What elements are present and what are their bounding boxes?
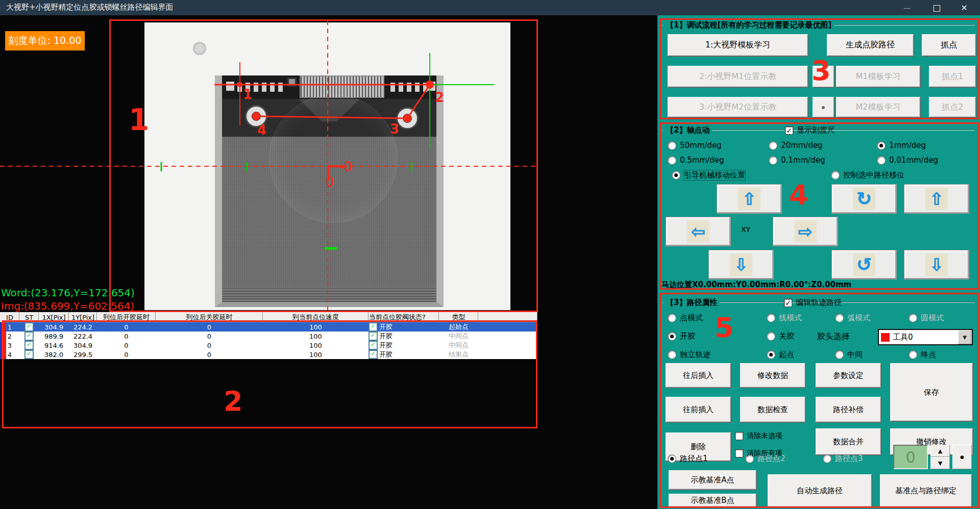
radio-label: 圆模式 bbox=[921, 313, 944, 323]
table-row[interactable]: 2 ✓ 989.9 222.4 0 0 100 ✓开胶 中间点 bbox=[0, 332, 537, 341]
arrow-left-icon: ⇦ bbox=[691, 223, 706, 240]
bind-datum-path-button[interactable]: 基准点与路径绑定 bbox=[880, 474, 972, 507]
column-header[interactable]: 到位后开胶延时 bbox=[97, 312, 156, 322]
radio-circle bbox=[668, 314, 676, 322]
table-row[interactable]: 4 ✓ 382.0 299.5 0 0 100 ✓开胶 结束点 bbox=[0, 350, 537, 359]
window-title: 大视野+小视野精定位点胶或锁螺丝路径编辑界面 bbox=[6, 3, 174, 12]
radio-path-point3[interactable]: 路径点3 bbox=[823, 454, 863, 463]
minimize-button[interactable]: — bbox=[895, 0, 919, 15]
column-header[interactable]: 当前点位胶阀状态? bbox=[369, 312, 439, 322]
jog-down-button[interactable]: ⇩ bbox=[708, 250, 774, 279]
tool-color-swatch bbox=[881, 333, 890, 342]
arrow-pad: ↻ bbox=[853, 188, 875, 210]
valve-checkbox[interactable]: ✓ bbox=[369, 341, 378, 350]
radio-point-mode[interactable]: 点模式 bbox=[668, 313, 703, 322]
valve-checkbox[interactable]: ✓ bbox=[369, 322, 378, 332]
radio-start-point[interactable]: 起点 bbox=[767, 350, 794, 359]
radio-label: 0.01mm/deg bbox=[889, 156, 938, 165]
radio-move-selected-path[interactable]: 控制选中路径移位 bbox=[831, 170, 904, 180]
radio-step-0p01mm[interactable]: 0.01mm/deg bbox=[877, 156, 938, 165]
row-enabled-checkbox[interactable]: ✓ bbox=[24, 322, 34, 332]
path-compensate-button[interactable]: 路径补偿 bbox=[816, 397, 881, 422]
row-enabled-checkbox[interactable]: ✓ bbox=[24, 332, 34, 341]
row-enabled-checkbox[interactable]: ✓ bbox=[24, 341, 34, 350]
radio-path-point1[interactable]: 路径点1 bbox=[668, 454, 708, 463]
spin-up-button[interactable]: ▲ bbox=[930, 445, 950, 457]
data-merge-button[interactable]: 数据合并 bbox=[816, 428, 881, 455]
generate-glue-path-button[interactable]: 生成点胶路径 bbox=[827, 34, 914, 56]
z-up-button[interactable]: ⇧ bbox=[904, 184, 969, 214]
data-check-button[interactable]: 数据检查 bbox=[740, 397, 805, 422]
show-ruler-checkbox[interactable]: ✓ 显示刻度尺 bbox=[785, 125, 835, 135]
rotate-ccw-button[interactable]: ↺ bbox=[831, 250, 897, 279]
path-value-field[interactable]: 0 bbox=[893, 445, 928, 469]
jog-left-button[interactable]: ⇦ bbox=[666, 217, 731, 246]
insert-before-button[interactable]: 往前插入 bbox=[666, 397, 731, 422]
rotate-cw-button[interactable]: ↻ bbox=[831, 184, 897, 214]
radio-glue-off[interactable]: 关胶 bbox=[767, 332, 794, 341]
column-header[interactable]: ST bbox=[19, 312, 39, 322]
edit-track-checkbox[interactable]: ✓ 编辑轨迹路径 bbox=[784, 298, 842, 308]
clear-unselected-checkbox[interactable]: 清除未选项 bbox=[735, 431, 782, 441]
dropdown-arrow-icon[interactable]: ▼ bbox=[958, 330, 971, 344]
device-bottom-strip bbox=[222, 289, 436, 302]
table-row[interactable]: 1 ✓ 304.9 224.2 0 0 100 ✓开胶 起始点 bbox=[0, 322, 537, 332]
m1-template-learn-button[interactable]: M1模板学习 bbox=[836, 66, 920, 87]
radio-glue-on[interactable]: 开胶 bbox=[668, 332, 695, 341]
row-enabled-checkbox[interactable]: ✓ bbox=[24, 350, 34, 359]
column-header[interactable]: 1X[Pix] bbox=[39, 312, 69, 322]
jog-right-button[interactable]: ⇨ bbox=[773, 217, 838, 246]
radio-circle bbox=[823, 454, 831, 463]
radio-line-mode[interactable]: 线模式 bbox=[767, 313, 802, 322]
value-dot-button[interactable]: ● bbox=[952, 445, 972, 469]
column-header[interactable]: 1Y[Pix] bbox=[69, 312, 97, 322]
radio-step-0p1mm[interactable]: 0.1mm/deg bbox=[769, 156, 825, 165]
spin-down-button[interactable]: ▼ bbox=[930, 457, 950, 469]
radio-guide-machine[interactable]: 引导机械移动位置 bbox=[672, 170, 745, 180]
column-header[interactable]: ID bbox=[0, 312, 19, 322]
panel3-title: 【3】路径属性 bbox=[664, 298, 720, 308]
image-coordinate-readout: Img:(835.699,Y=602.564) bbox=[1, 300, 134, 312]
cell-id: 1 bbox=[8, 323, 12, 331]
tool-dropdown[interactable]: 工具0 ▼ bbox=[878, 329, 973, 345]
m2-dot-button[interactable]: ● bbox=[813, 97, 834, 117]
m1-position-teach-button[interactable]: 2:小视野M1位置示教 bbox=[668, 66, 808, 87]
radio-circle bbox=[767, 314, 775, 322]
radio-step-1mm[interactable]: 1mm/deg bbox=[877, 141, 926, 150]
arrow-up-icon: ⇧ bbox=[742, 190, 757, 208]
radio-independent-track[interactable]: 独立轨迹 bbox=[668, 350, 710, 359]
radio-step-0p5mm[interactable]: 0.5mm/deg bbox=[668, 156, 724, 165]
radio-step-20mm[interactable]: 20mm/deg bbox=[769, 141, 823, 150]
teach-datum-a-button[interactable]: 示教基准A点 bbox=[669, 470, 756, 490]
m2-position-teach-button[interactable]: 3:小视野M2位置示教 bbox=[668, 97, 808, 117]
maximize-button[interactable]: □ bbox=[925, 0, 948, 15]
grab-point2-button[interactable]: 抓点2 bbox=[929, 97, 976, 117]
grab-point1-button[interactable]: 抓点1 bbox=[929, 66, 976, 87]
grab-point-button[interactable]: 抓点 bbox=[922, 34, 976, 56]
z-down-button[interactable]: ⇩ bbox=[904, 250, 969, 279]
table-row[interactable]: 3 ✓ 914.6 304.9 0 0 100 ✓开胶 中间点 bbox=[0, 341, 537, 350]
radio-end-point[interactable]: 终点 bbox=[909, 350, 936, 359]
valve-checkbox[interactable]: ✓ bbox=[369, 350, 378, 359]
m2-template-learn-button[interactable]: M2模板学习 bbox=[836, 97, 920, 117]
radio-step-50mm[interactable]: 50mm/deg bbox=[668, 141, 722, 150]
radio-circle-mode[interactable]: 圆模式 bbox=[909, 313, 944, 322]
auto-generate-path-button[interactable]: 自动生成路径 bbox=[768, 474, 872, 507]
valve-checkbox[interactable]: ✓ bbox=[369, 332, 378, 341]
column-header[interactable]: 到位后关胶延时 bbox=[156, 312, 263, 322]
radio-arc-mode[interactable]: 弧模式 bbox=[835, 313, 870, 322]
save-button[interactable]: 保存 bbox=[890, 363, 973, 421]
clear-all-checkbox[interactable]: 清除所有项 bbox=[735, 449, 782, 458]
insert-after-button[interactable]: 往后插入 bbox=[666, 363, 731, 388]
annotation-number-5: 5 bbox=[715, 314, 734, 342]
column-header[interactable]: 到当前点位速度 bbox=[263, 312, 369, 322]
close-button[interactable]: ✕ bbox=[952, 0, 976, 15]
jog-up-button[interactable]: ⇧ bbox=[717, 184, 782, 214]
radio-middle-point[interactable]: 中间 bbox=[835, 350, 863, 359]
column-header[interactable]: 类型 bbox=[439, 312, 478, 322]
modify-data-button[interactable]: 修改数据 bbox=[740, 363, 805, 388]
param-setting-button[interactable]: 参数设定 bbox=[816, 363, 881, 388]
cell-x: 304.9 bbox=[39, 322, 69, 332]
teach-datum-b-button[interactable]: 示教基准B点 bbox=[669, 494, 756, 507]
big-view-template-learn-button[interactable]: 1:大视野模板学习 bbox=[668, 34, 808, 56]
